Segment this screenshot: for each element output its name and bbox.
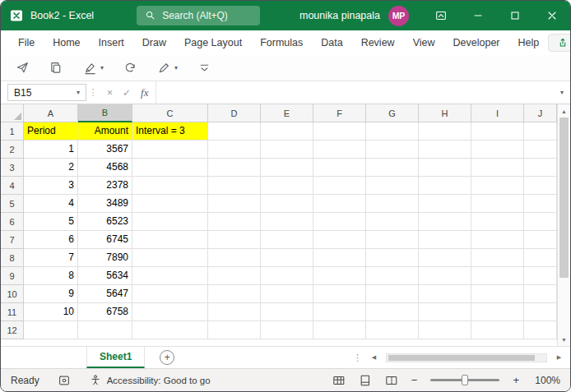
column-header-f[interactable]: F	[313, 104, 366, 122]
cell-H6[interactable]	[419, 213, 471, 231]
cell-A6[interactable]: 5	[24, 213, 78, 231]
vertical-scroll-thumb[interactable]	[559, 118, 569, 278]
cell-J5[interactable]	[524, 195, 557, 213]
cell-F6[interactable]	[313, 213, 366, 231]
formula-bar-expand-icon[interactable]: ▾	[554, 81, 570, 104]
ribbon-tab-insert[interactable]: Insert	[90, 30, 133, 55]
cell-A9[interactable]: 8	[24, 267, 78, 285]
cell-H4[interactable]	[419, 177, 471, 195]
cell-G10[interactable]	[366, 285, 419, 303]
cell-E1[interactable]	[261, 122, 313, 141]
cell-G8[interactable]	[366, 249, 419, 267]
cell-F2[interactable]	[313, 141, 366, 159]
column-header-c[interactable]: C	[132, 104, 208, 122]
cell-D11[interactable]	[208, 303, 261, 321]
column-header-g[interactable]: G	[366, 104, 419, 122]
zoom-level[interactable]: 100%	[532, 375, 560, 386]
user-name[interactable]: mounika pinapala	[299, 10, 380, 21]
scroll-up-icon[interactable]: ▲	[558, 104, 570, 118]
cell-I4[interactable]	[471, 177, 524, 195]
cell-B1[interactable]: Amount	[78, 122, 132, 141]
cell-B8[interactable]: 7890	[78, 249, 132, 267]
cell-C5[interactable]	[132, 195, 208, 213]
cell-D2[interactable]	[208, 141, 261, 159]
cell-H11[interactable]	[419, 303, 471, 321]
cell-E7[interactable]	[261, 231, 313, 249]
cell-C11[interactable]	[132, 303, 208, 321]
cell-H5[interactable]	[419, 195, 471, 213]
cell-G5[interactable]	[366, 195, 419, 213]
cell-A12[interactable]	[24, 321, 78, 339]
highlighter-button[interactable]: ▾	[83, 61, 104, 75]
cell-F5[interactable]	[313, 195, 366, 213]
redo-button[interactable]	[123, 61, 137, 75]
cell-G4[interactable]	[366, 177, 419, 195]
scroll-down-icon[interactable]: ▼	[558, 333, 570, 346]
cell-H1[interactable]	[419, 122, 471, 141]
ribbon-tab-file[interactable]: File	[9, 30, 44, 55]
insert-function-button[interactable]: fx	[141, 86, 148, 99]
cell-F9[interactable]	[313, 267, 366, 285]
cell-I7[interactable]	[471, 231, 524, 249]
search-box[interactable]: Search (Alt+Q)	[137, 6, 260, 25]
ink-pen-button[interactable]: ▾	[157, 61, 178, 75]
sheet-tab-sheet1[interactable]: Sheet1	[86, 347, 145, 368]
row-header-8[interactable]: 8	[1, 249, 24, 267]
column-header-j[interactable]: J	[524, 104, 557, 122]
send-button[interactable]	[16, 61, 30, 75]
cell-H3[interactable]	[419, 159, 471, 177]
cell-B10[interactable]: 5647	[78, 285, 132, 303]
cell-D8[interactable]	[208, 249, 261, 267]
normal-view-icon[interactable]	[332, 374, 346, 387]
cell-I2[interactable]	[471, 141, 524, 159]
cell-E4[interactable]	[261, 177, 313, 195]
cell-D5[interactable]	[208, 195, 261, 213]
cell-J1[interactable]	[524, 122, 557, 141]
cell-A7[interactable]: 6	[24, 231, 78, 249]
horizontal-scrollbar[interactable]	[386, 353, 547, 362]
row-header-4[interactable]: 4	[1, 177, 24, 195]
select-all-corner[interactable]	[1, 104, 24, 122]
cell-D4[interactable]	[208, 177, 261, 195]
cell-C7[interactable]	[132, 231, 208, 249]
cell-E3[interactable]	[261, 159, 313, 177]
ribbon-tab-formulas[interactable]: Formulas	[251, 30, 312, 55]
cell-I11[interactable]	[471, 303, 524, 321]
cell-D1[interactable]	[208, 122, 261, 141]
cell-A5[interactable]: 4	[24, 195, 78, 213]
cell-J8[interactable]	[524, 249, 557, 267]
row-header-6[interactable]: 6	[1, 213, 24, 231]
cell-J7[interactable]	[524, 231, 557, 249]
cell-A3[interactable]: 2	[24, 159, 78, 177]
cell-B12[interactable]	[78, 321, 132, 339]
cell-E8[interactable]	[261, 249, 313, 267]
row-header-7[interactable]: 7	[1, 231, 24, 249]
cell-H2[interactable]	[419, 141, 471, 159]
scroll-left-icon[interactable]: ◀	[368, 354, 380, 361]
share-button[interactable]: Share ▾	[548, 34, 571, 52]
cell-F12[interactable]	[313, 321, 366, 339]
cell-G6[interactable]	[366, 213, 419, 231]
cell-E12[interactable]	[261, 321, 313, 339]
cell-D9[interactable]	[208, 267, 261, 285]
page-layout-view-icon[interactable]	[359, 374, 372, 387]
cell-I10[interactable]	[471, 285, 524, 303]
cell-C9[interactable]	[132, 267, 208, 285]
cell-J12[interactable]	[524, 321, 557, 339]
cell-B9[interactable]: 5634	[78, 267, 132, 285]
cell-G3[interactable]	[366, 159, 419, 177]
zoom-out-button[interactable]: −	[411, 374, 418, 386]
cell-J9[interactable]	[524, 267, 557, 285]
cell-E9[interactable]	[261, 267, 313, 285]
row-header-11[interactable]: 11	[1, 303, 24, 321]
enter-entry-button[interactable]: ✓	[123, 87, 131, 99]
cell-C6[interactable]	[132, 213, 208, 231]
close-button[interactable]	[533, 1, 570, 30]
horizontal-scroll-thumb[interactable]	[388, 355, 535, 361]
ribbon-tab-draw[interactable]: Draw	[133, 30, 175, 55]
row-header-1[interactable]: 1	[1, 122, 24, 141]
cell-J11[interactable]	[524, 303, 557, 321]
row-header-10[interactable]: 10	[1, 285, 24, 303]
ribbon-tab-view[interactable]: View	[404, 30, 444, 55]
row-header-5[interactable]: 5	[1, 195, 24, 213]
